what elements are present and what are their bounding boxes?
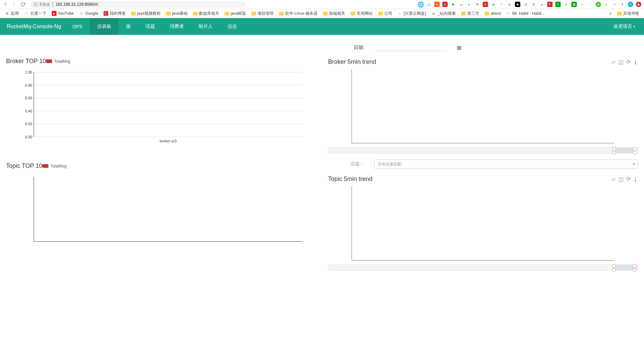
panel-title-topic-top: Topic TOP 10 bbox=[6, 162, 42, 170]
bookmarks-overflow[interactable]: » bbox=[607, 10, 614, 16]
zoom-area-icon[interactable]: ▱ bbox=[611, 60, 616, 64]
ext-icon[interactable]: ▶ bbox=[604, 2, 609, 7]
slider-handle-right[interactable]: ≡ bbox=[633, 264, 636, 272]
ext-icon[interactable]: ⊞ bbox=[531, 2, 536, 7]
nav-producer[interactable]: 制片人 bbox=[191, 18, 220, 35]
extensions-icon[interactable]: ✦ bbox=[620, 2, 625, 7]
zoom-reset-icon[interactable]: ◫ bbox=[618, 60, 623, 64]
y-tick: 0.60 bbox=[25, 96, 32, 100]
nav-topic[interactable]: 话题 bbox=[138, 18, 162, 35]
topic-label: 话题： bbox=[331, 161, 364, 167]
topic-trend-chart bbox=[352, 187, 614, 260]
reload-button[interactable] bbox=[20, 2, 26, 7]
slider-handle-left[interactable]: ≡ bbox=[612, 147, 616, 154]
bookmark-item[interactable]: 前端相关 bbox=[321, 10, 347, 17]
other-bookmarks[interactable]: 其他书签 bbox=[615, 10, 641, 17]
ext-icon[interactable]: ◌ bbox=[588, 2, 593, 7]
ext-icon[interactable]: ◉ bbox=[450, 2, 456, 7]
nav-dashboard[interactable]: 仪表板 bbox=[90, 18, 119, 35]
legend-totalmsg[interactable]: TotalMsg bbox=[46, 59, 70, 64]
ext-icon[interactable]: ✦ bbox=[579, 2, 585, 7]
chevron-down-icon: ▾ bbox=[634, 25, 635, 28]
chart-tools: ▱ ◫ ⟳ ⭳ bbox=[611, 60, 638, 64]
nav-ops[interactable]: OPS bbox=[65, 18, 90, 35]
star-icon[interactable]: ☆ bbox=[426, 2, 432, 7]
slider-handle-right[interactable]: ≡ bbox=[633, 147, 636, 154]
nav-message[interactable]: 信息 bbox=[220, 18, 244, 35]
bookmark-item[interactable]: java基础 bbox=[164, 10, 190, 17]
address-bar[interactable]: 不安全 | 192.168.32.128:8080/#/ bbox=[30, 1, 245, 8]
zoom-area-icon[interactable]: ▱ bbox=[611, 177, 616, 182]
ext-icon[interactable]: ▲ bbox=[539, 2, 545, 7]
broker-trend-chart bbox=[352, 69, 614, 143]
bookmark-item[interactable]: 第三方 bbox=[459, 10, 481, 17]
ext-icon[interactable]: ◐ bbox=[467, 2, 472, 7]
ext-icon[interactable]: ● bbox=[563, 2, 569, 7]
extension-icons: 🌐 ☆ ∞ A ◉ ☁ ◐ ♻ II ◆ V ◎ ■ ◫ ⊞ ▲ F ✎ ● ▦… bbox=[418, 2, 641, 7]
ext-icon[interactable]: F bbox=[547, 2, 553, 7]
ext-icon[interactable]: ✎ bbox=[555, 2, 561, 7]
bookmark-item[interactable]: 数据库相关 bbox=[191, 10, 221, 17]
data-zoom-slider[interactable]: ≡ ≡ bbox=[328, 147, 638, 153]
ext-icon[interactable]: ■ bbox=[515, 2, 520, 7]
y-tick: 0.40 bbox=[25, 109, 32, 113]
bookmark-item[interactable]: java框架 bbox=[223, 10, 248, 17]
right-column: 日期: ▦ Broker 5min trend ▱ ◫ ⟳ ⭳ ≡ ≡ bbox=[325, 44, 641, 277]
browser-toolbar: 不安全 | 192.168.32.128:8080/#/ 🌐 ☆ ∞ A ◉ ☁… bbox=[0, 0, 644, 9]
ext-icon[interactable]: ● bbox=[612, 2, 617, 7]
legend-swatch bbox=[42, 164, 48, 168]
ext-icon[interactable]: II bbox=[483, 2, 488, 7]
data-zoom-slider[interactable]: ≡ ≡ bbox=[328, 264, 638, 271]
lang-switch[interactable]: 改变语言▾ bbox=[607, 23, 641, 30]
panel-title-broker-top: Broker TOP 10 bbox=[6, 58, 46, 65]
bookmark-item[interactable]: ○[百度云网盘] bbox=[396, 10, 428, 17]
slider-handle-left[interactable]: ≡ bbox=[612, 264, 616, 272]
ext-icon[interactable]: A bbox=[442, 2, 448, 7]
refresh-icon[interactable]: ⟳ bbox=[626, 177, 631, 182]
translate-icon[interactable]: 🌐 bbox=[418, 2, 424, 7]
date-label: 日期: bbox=[331, 45, 364, 51]
ext-icon[interactable]: ♻ bbox=[475, 2, 480, 7]
bookmark-item[interactable]: 实用网站 bbox=[349, 10, 375, 17]
bookmark-item[interactable]: C我的博客 bbox=[102, 10, 128, 17]
back-button[interactable] bbox=[3, 2, 8, 7]
bookmark-item[interactable]: GGoogle bbox=[77, 10, 100, 16]
bookmark-item[interactable]: ◎_站内搜索 bbox=[429, 10, 458, 17]
date-input[interactable] bbox=[374, 44, 447, 51]
broker-top-chart: 0.000.200.400.600.801.00broker-a:0 bbox=[22, 69, 309, 144]
ext-icon[interactable]: ◉ bbox=[636, 2, 641, 7]
chart-tools: ▱ ◫ ⟳ ⭳ bbox=[611, 177, 638, 182]
bookmark-item[interactable]: ✓Mr. Habit - Habit... bbox=[504, 10, 547, 16]
topic-select[interactable]: 没有结果匹配 bbox=[374, 159, 638, 169]
apps-button[interactable]: ⊞应用 bbox=[3, 10, 21, 17]
zoom-reset-icon[interactable]: ◫ bbox=[618, 177, 623, 182]
bookmark-item[interactable]: 公司 bbox=[376, 10, 394, 17]
bookmark-item[interactable]: ⛶百度一下 bbox=[22, 10, 48, 17]
download-icon[interactable]: ⭳ bbox=[633, 60, 638, 64]
avatar-icon[interactable]: X bbox=[628, 2, 633, 7]
download-icon[interactable]: ⭳ bbox=[633, 177, 638, 182]
ext-icon[interactable]: V bbox=[499, 2, 504, 7]
nav-consumer[interactable]: 消费者 bbox=[162, 18, 191, 35]
ext-icon[interactable]: ∞ bbox=[434, 2, 440, 7]
calendar-icon[interactable]: ▦ bbox=[457, 45, 461, 51]
ext-icon[interactable]: ● bbox=[596, 2, 601, 7]
forward-button[interactable] bbox=[11, 2, 17, 7]
bookmark-item[interactable]: 项目管理 bbox=[249, 10, 276, 17]
ext-icon[interactable]: ☁ bbox=[458, 2, 464, 7]
y-tick: 0.00 bbox=[25, 135, 32, 139]
ext-icon[interactable]: ◆ bbox=[491, 2, 496, 7]
content: Broker TOP 10 TotalMsg 0.000.200.400.600… bbox=[0, 35, 644, 280]
bookmark-item[interactable]: about bbox=[483, 10, 503, 16]
bookmark-item[interactable]: java视频教程 bbox=[129, 10, 163, 17]
brand[interactable]: RocketMq-Console-Ng bbox=[3, 23, 65, 30]
nav-cluster[interactable]: 簇 bbox=[119, 18, 138, 35]
ext-icon[interactable]: ◫ bbox=[523, 2, 528, 7]
topic-top-chart bbox=[22, 174, 309, 249]
bookmark-item[interactable]: 软件-Linux-服务器 bbox=[277, 10, 320, 17]
bookmark-item[interactable]: ▶YouTube bbox=[50, 10, 76, 16]
refresh-icon[interactable]: ⟳ bbox=[626, 60, 631, 64]
ext-icon[interactable]: ◎ bbox=[507, 2, 512, 7]
legend-totalmsg[interactable]: TotalMsg bbox=[42, 164, 67, 168]
ext-icon[interactable]: ▦ bbox=[571, 2, 577, 7]
